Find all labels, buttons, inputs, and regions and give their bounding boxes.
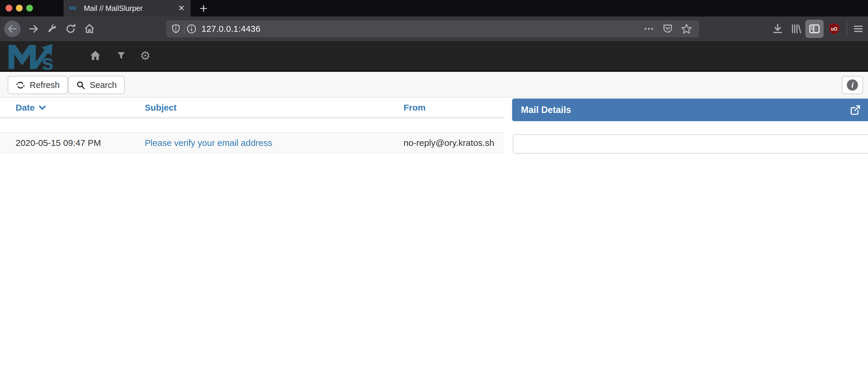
- sidebar-icon: [808, 23, 820, 35]
- chevron-down-icon: [39, 105, 46, 110]
- window-close-button[interactable]: [6, 5, 12, 11]
- date-header-label: Date: [16, 103, 35, 113]
- back-arrow-icon: [7, 23, 18, 34]
- open-in-new-window-button[interactable]: [849, 104, 862, 116]
- search-icon: [76, 81, 85, 90]
- tracking-protection-shield-icon[interactable]: [171, 23, 181, 34]
- new-tab-button[interactable]: +: [195, 0, 212, 17]
- download-icon: [772, 23, 783, 35]
- home-icon: [84, 23, 95, 34]
- mail-list-header: Date Subject From: [0, 98, 503, 118]
- cell-date: 2020-05-15 09:47 PM: [0, 138, 145, 148]
- site-info-icon[interactable]: [186, 24, 197, 34]
- svg-text:s: s: [75, 7, 78, 11]
- nav-filter-button[interactable]: [113, 47, 129, 64]
- cell-subject: Please verify your email address: [145, 138, 404, 148]
- gear-icon: ⚙: [140, 49, 151, 62]
- mailslurper-navbar: s ⚙: [0, 41, 868, 72]
- mail-subject-link[interactable]: Please verify your email address: [145, 138, 272, 148]
- column-header-date[interactable]: Date: [0, 103, 145, 113]
- mail-details-header: Mail Details: [512, 98, 868, 121]
- mail-row-empty: [0, 118, 503, 133]
- refresh-icon: [16, 80, 25, 90]
- refresh-label: Refresh: [30, 80, 60, 90]
- ublock-origin-button[interactable]: uO: [826, 22, 842, 35]
- browser-tab-bar: s Mail // MailSlurper ✕ +: [0, 0, 868, 17]
- mailslurper-favicon: s: [69, 5, 80, 11]
- info-icon: i: [847, 80, 858, 91]
- ublock-shield-icon: uO: [828, 22, 840, 35]
- forward-arrow-icon: [28, 23, 39, 34]
- developer-tools-button[interactable]: [43, 24, 60, 34]
- home-button[interactable]: [81, 23, 98, 34]
- filter-icon: [116, 51, 126, 61]
- library-button[interactable]: [788, 23, 804, 35]
- downloads-button[interactable]: [770, 23, 786, 35]
- forward-button[interactable]: [25, 23, 42, 34]
- reload-button[interactable]: [62, 23, 79, 34]
- column-header-from[interactable]: From: [404, 103, 503, 113]
- urlbar-divider: [184, 24, 184, 34]
- action-bar: Refresh Search i: [0, 72, 868, 98]
- info-button[interactable]: i: [842, 76, 863, 94]
- library-icon: [790, 23, 802, 35]
- tab-title: Mail // MailSlurper: [84, 4, 178, 13]
- refresh-button[interactable]: Refresh: [8, 76, 68, 94]
- page-actions-icon[interactable]: [644, 24, 654, 34]
- mail-row[interactable]: 2020-05-15 09:47 PM Please verify your e…: [0, 133, 503, 153]
- pocket-icon[interactable]: [662, 23, 673, 34]
- window-controls: [6, 5, 33, 11]
- toolbar-divider: [846, 22, 847, 36]
- browser-tab[interactable]: s Mail // MailSlurper ✕: [64, 0, 191, 17]
- wrench-icon: [46, 24, 57, 34]
- mail-list: Date Subject From 2020-05-15 09:47 PM Pl…: [0, 98, 503, 153]
- browser-toolbar: 127.0.0.1:4436: [0, 17, 868, 41]
- ublock-badge-text: uO: [831, 27, 837, 31]
- cell-from: no-reply@ory.kratos.sh: [404, 138, 503, 148]
- svg-text:s: s: [41, 50, 54, 70]
- sidebar-toggle-button[interactable]: [805, 20, 824, 38]
- mail-details-title: Mail Details: [521, 105, 571, 115]
- tab-close-icon[interactable]: ✕: [178, 4, 185, 12]
- reload-icon: [65, 23, 76, 34]
- menu-button[interactable]: [850, 23, 866, 34]
- column-header-subject[interactable]: Subject: [145, 103, 404, 113]
- bookmark-star-icon[interactable]: [681, 23, 692, 34]
- url-bar[interactable]: 127.0.0.1:4436: [166, 20, 699, 37]
- window-zoom-button[interactable]: [26, 5, 33, 11]
- nav-settings-button[interactable]: ⚙: [137, 47, 154, 64]
- nav-home-button[interactable]: [87, 47, 103, 64]
- mailslurper-logo[interactable]: s: [6, 42, 68, 70]
- window-minimize-button[interactable]: [16, 5, 23, 11]
- back-button[interactable]: [4, 21, 21, 37]
- url-text[interactable]: 127.0.0.1:4436: [202, 24, 644, 34]
- home-icon: [89, 50, 101, 61]
- hamburger-icon: [853, 23, 864, 34]
- search-button[interactable]: Search: [68, 76, 125, 94]
- mail-details-body: [513, 134, 868, 154]
- search-label: Search: [90, 80, 117, 90]
